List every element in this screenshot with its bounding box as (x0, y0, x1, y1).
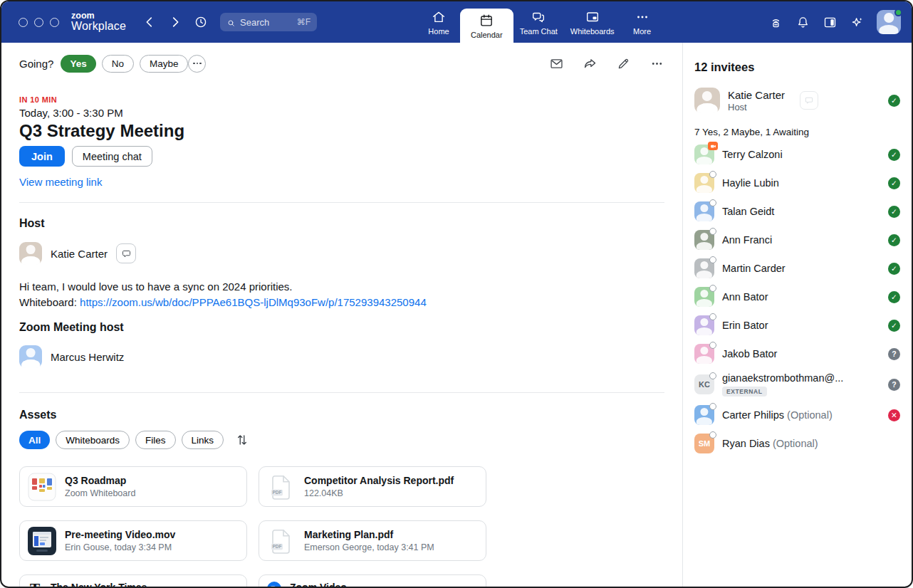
asset-card-competitor-analysis-report-pdf[interactable]: PDFCompetitor Analysis Report.pdf122.04K… (259, 466, 486, 507)
home-icon (431, 9, 447, 25)
chat-bubble-icon (804, 95, 814, 105)
asset-card-q3-roadmap[interactable]: Q3 RoadmapZoom Whiteboard (19, 466, 247, 507)
profile-avatar[interactable] (877, 10, 901, 34)
search-placeholder: Search (240, 17, 269, 28)
tab-home[interactable]: Home (417, 1, 460, 43)
whiteboard-link[interactable]: https://zoom.us/wb/doc/PPPAe61BQS-ljDlMq… (80, 296, 427, 308)
avatar (694, 230, 714, 250)
invitee-row-erin-bator[interactable]: Erin Bator✓ (694, 311, 900, 340)
invitee-name: Carter Philips (Optional) (722, 409, 833, 421)
window-close-button[interactable] (19, 18, 28, 27)
email-button[interactable] (549, 56, 564, 71)
asset-card-the-new-york-times[interactable]: TThe New York Times (19, 574, 247, 588)
meeting-chat-button[interactable]: Meeting chat (72, 146, 152, 167)
invitee-row-jakob-bator[interactable]: Jakob Bator? (694, 340, 900, 368)
tab-label: Team Chat (520, 27, 558, 36)
invitee-row-haylie-lubin[interactable]: Haylie Lubin✓ (694, 169, 900, 197)
edit-button[interactable] (616, 56, 631, 71)
asset-subtitle: Emerson George, today 3:41 PM (304, 542, 434, 552)
event-buttons: Join Meeting chat (19, 146, 664, 167)
invitee-row-carter-philips[interactable]: Carter Philips (Optional)✕ (694, 401, 900, 429)
invitee-row-ryan-dias[interactable]: SMRyan Dias (Optional) (694, 429, 900, 458)
chevron-left-icon (142, 14, 157, 30)
invitee-host-row[interactable]: Katie Carter Host ✓ (694, 88, 900, 113)
more-button[interactable] (649, 56, 664, 71)
avatar: KC (694, 374, 714, 394)
asset-filters: AllWhiteboardsFilesLinks (19, 431, 664, 449)
pdf-thumbnail: PDF (267, 473, 296, 501)
zoom-host-name: Marcus Herwitz (51, 351, 124, 363)
invitees-panel: 12 invitees Katie Carter Host ✓ 7 Yes, 2… (682, 43, 912, 588)
going-label: Going? (19, 58, 53, 70)
share-button[interactable] (583, 56, 598, 71)
presence-indicator (709, 256, 716, 263)
ai-companion-icon[interactable] (850, 15, 865, 30)
search-icon (226, 18, 236, 27)
history-button[interactable] (193, 14, 209, 30)
invitee-name-block: Ann Bator (722, 291, 768, 303)
tab-more[interactable]: More (621, 1, 664, 43)
tab-calendar[interactable]: Calendar (460, 9, 513, 43)
team-chat-icon (531, 9, 546, 25)
presence-indicator (709, 199, 716, 206)
optional-label: (Optional) (787, 409, 833, 421)
divider (19, 202, 664, 203)
rsvp-yes-button[interactable]: Yes (61, 55, 95, 73)
presence-indicator (894, 9, 902, 16)
forward-button[interactable] (167, 14, 183, 30)
invitee-row-ann-franci[interactable]: Ann Franci✓ (694, 226, 900, 254)
back-button[interactable] (142, 14, 157, 30)
chat-button[interactable] (800, 91, 818, 110)
view-meeting-link[interactable]: View meeting link (19, 176, 664, 188)
calendar-icon (479, 13, 494, 28)
notifications-icon[interactable] (795, 15, 810, 30)
rsvp-no-button[interactable]: No (102, 55, 134, 73)
avatar (694, 287, 714, 307)
main-nav-tabs: HomeCalendarTeam ChatWhiteboardsMore (417, 1, 664, 43)
search-input[interactable]: Search ⌘F (220, 13, 317, 31)
asset-title: Q3 Roadmap (65, 475, 135, 486)
side-panel-icon[interactable] (823, 15, 838, 30)
invitee-row-martin-carder[interactable]: Martin Carder✓ (694, 254, 900, 283)
join-button[interactable]: Join (19, 146, 65, 167)
asset-text: Q3 RoadmapZoom Whiteboard (65, 475, 135, 498)
tab-team-chat[interactable]: Team Chat (513, 1, 564, 43)
asset-text: Competitor Analysis Report.pdf122.04KB (304, 475, 454, 498)
invitee-row-talan-geidt[interactable]: Talan Geidt✓ (694, 197, 900, 226)
asset-title: Marketing Plan.pdf (304, 529, 434, 540)
whiteboard-label: Whiteboard: (19, 296, 80, 308)
asset-card-pre-meeting-video-mov[interactable]: Pre-meeting Video.movErin Gouse, today 3… (19, 520, 247, 561)
chat-with-host-button[interactable] (116, 243, 136, 263)
filter-files-button[interactable]: Files (135, 431, 176, 449)
asset-card-zoom-video[interactable]: Zoom Video (259, 574, 486, 588)
rsvp-status-icon: ? (888, 348, 900, 360)
rsvp-more-button[interactable] (188, 55, 206, 73)
invitee-name-block: Martin Carder (722, 263, 786, 274)
filter-links-button[interactable]: Links (182, 431, 224, 449)
rsvp-status-icon: ✓ (888, 206, 900, 218)
tab-label: Whiteboards (570, 27, 615, 36)
asset-card-marketing-plan-pdf[interactable]: PDFMarketing Plan.pdfEmerson George, tod… (259, 520, 486, 561)
host-row: Katie Carter (19, 242, 664, 265)
invitee-host-name: Katie Carter (728, 89, 785, 101)
rsvp-maybe-button[interactable]: Maybe (140, 55, 189, 73)
tab-whiteboards[interactable]: Whiteboards (564, 1, 621, 43)
invitee-row-ann-bator[interactable]: Ann Bator✓ (694, 283, 900, 311)
invitee-row-gianaekstrombothman[interactable]: KCgianaekstrombothman@...EXTERNAL? (694, 368, 900, 401)
search-shortcut: ⌘F (297, 17, 311, 27)
window-minimize-button[interactable] (34, 18, 43, 27)
asset-subtitle: Zoom Whiteboard (65, 488, 135, 498)
filter-whiteboards-button[interactable]: Whiteboards (56, 431, 130, 449)
invitee-row-terry-calzoni[interactable]: Terry Calzoni✓ (694, 140, 900, 169)
more-icon (635, 9, 650, 25)
asset-title: Competitor Analysis Report.pdf (304, 475, 454, 486)
window-zoom-button[interactable] (50, 18, 59, 27)
sort-button[interactable] (234, 432, 250, 448)
rsvp-status-icon: ✓ (888, 291, 900, 303)
whiteboard-icon (585, 9, 600, 25)
hotspot-icon[interactable] (768, 15, 783, 30)
asset-text: The New York Times (51, 582, 147, 588)
tab-label: More (633, 27, 651, 36)
filter-all-button[interactable]: All (19, 431, 50, 449)
invitee-name: Erin Bator (722, 320, 768, 331)
